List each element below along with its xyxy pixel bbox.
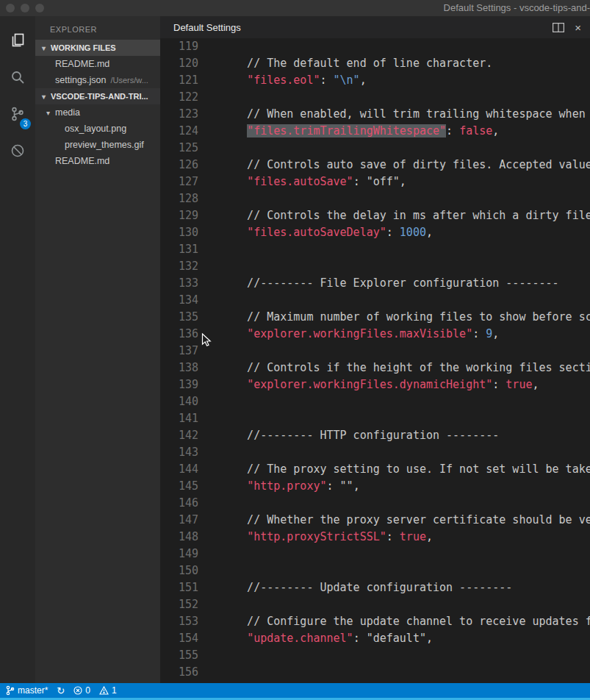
code-line[interactable]: 134 xyxy=(160,292,590,309)
line-number[interactable]: 154 xyxy=(160,630,198,647)
code-line[interactable]: 125 xyxy=(160,140,590,157)
line-number[interactable]: 142 xyxy=(160,427,198,444)
code-line[interactable]: 120 // The default end of line character… xyxy=(160,55,590,72)
code-line[interactable]: 152 xyxy=(160,596,590,613)
code-line[interactable]: 127 "files.autoSave": "off", xyxy=(160,174,590,190)
git-branch-status[interactable]: master* xyxy=(6,685,48,696)
line-number[interactable]: 130 xyxy=(160,224,198,241)
line-number[interactable]: 125 xyxy=(160,140,198,157)
tree-item-preview_themes.gif[interactable]: preview_themes.gif xyxy=(35,137,160,153)
code-line[interactable]: 141 xyxy=(160,410,590,427)
line-number[interactable]: 135 xyxy=(160,309,198,326)
line-number[interactable]: 121 xyxy=(160,72,198,89)
code-line[interactable]: 131 xyxy=(160,241,590,258)
git-activity-button[interactable]: 3 xyxy=(0,97,35,134)
code-line[interactable]: 130 "files.autoSaveDelay": 1000, xyxy=(160,224,590,241)
line-number[interactable]: 148 xyxy=(160,529,198,546)
tree-item-settings.json[interactable]: settings.json/Users/w... xyxy=(35,72,160,88)
code-line[interactable]: 139 "explorer.workingFiles.dynamicHeight… xyxy=(160,376,590,393)
line-number[interactable]: 124 xyxy=(160,123,198,140)
code-line[interactable]: 136 "explorer.workingFiles.maxVisible": … xyxy=(160,326,590,343)
line-number[interactable]: 122 xyxy=(160,89,198,106)
code-line[interactable]: 149 xyxy=(160,546,590,562)
code-line[interactable]: 140 xyxy=(160,393,590,410)
code-line[interactable]: 154 "update.channel": "default", xyxy=(160,630,590,647)
code-line[interactable]: 153 // Configure the update channel to r… xyxy=(160,613,590,630)
line-number[interactable]: 131 xyxy=(160,241,198,258)
close-editor-button[interactable]: × xyxy=(575,22,581,33)
code-line[interactable]: 138 // Controls if the height of the wor… xyxy=(160,360,590,376)
code-line[interactable]: 129 // Controls the delay in ms after wh… xyxy=(160,207,590,224)
code-line[interactable]: 155 xyxy=(160,647,590,664)
line-number[interactable]: 123 xyxy=(160,106,198,123)
code-line[interactable]: 124 "files.trimTrailingWhitespace": fals… xyxy=(160,123,590,140)
code-line[interactable]: 137 xyxy=(160,343,590,360)
tree-folder-media[interactable]: ▾media xyxy=(35,104,160,121)
line-number[interactable]: 141 xyxy=(160,410,198,427)
code-line[interactable]: 119 xyxy=(160,38,590,55)
line-number[interactable]: 139 xyxy=(160,376,198,393)
line-number[interactable]: 136 xyxy=(160,326,198,343)
line-number[interactable]: 144 xyxy=(160,461,198,478)
tree-item-osx_layout.png[interactable]: osx_layout.png xyxy=(35,121,160,137)
line-number[interactable]: 133 xyxy=(160,275,198,292)
code-line[interactable]: 146 xyxy=(160,495,590,512)
line-number[interactable]: 143 xyxy=(160,444,198,461)
working-files-section-header[interactable]: ▾ WORKING FILES xyxy=(35,40,160,56)
tree-item-README.md[interactable]: README.md xyxy=(35,153,160,169)
code-line[interactable]: 122 xyxy=(160,89,590,106)
code-line[interactable]: 147 // Whether the proxy server certific… xyxy=(160,512,590,529)
line-number[interactable]: 120 xyxy=(160,55,198,72)
code-line[interactable]: 126 // Controls auto save of dirty files… xyxy=(160,157,590,174)
code-area[interactable]: 119120 // The default end of line charac… xyxy=(160,38,590,683)
code-line[interactable]: 132 xyxy=(160,258,590,275)
tree-item-README.md[interactable]: README.md xyxy=(35,56,160,72)
folder-section-header[interactable]: ▾ VSCODE-TIPS-AND-TRI... xyxy=(35,88,160,104)
line-number[interactable]: 145 xyxy=(160,478,198,495)
line-number[interactable]: 138 xyxy=(160,360,198,376)
code-line[interactable]: 142 //-------- HTTP configuration ------… xyxy=(160,427,590,444)
line-number[interactable]: 134 xyxy=(160,292,198,309)
split-editor-button[interactable] xyxy=(553,23,564,32)
close-window-button[interactable] xyxy=(6,4,15,12)
code-line[interactable]: 145 "http.proxy": "", xyxy=(160,478,590,495)
code-line[interactable]: 151 //-------- Update configuration ----… xyxy=(160,579,590,596)
line-number[interactable]: 149 xyxy=(160,546,198,562)
line-number[interactable]: 152 xyxy=(160,596,198,613)
sync-button[interactable]: ↻ xyxy=(57,685,65,696)
code-line[interactable]: 143 xyxy=(160,444,590,461)
line-number[interactable]: 146 xyxy=(160,495,198,512)
code-line[interactable]: 133 //-------- File Explorer configurati… xyxy=(160,275,590,292)
line-number[interactable]: 153 xyxy=(160,613,198,630)
line-number[interactable]: 140 xyxy=(160,393,198,410)
line-number[interactable]: 155 xyxy=(160,647,198,664)
code-line[interactable]: 144 // The proxy setting to use. If not … xyxy=(160,461,590,478)
search-activity-button[interactable] xyxy=(0,60,35,97)
error-status[interactable]: 0 xyxy=(73,685,90,696)
code-line[interactable]: 150 xyxy=(160,562,590,579)
line-number[interactable]: 132 xyxy=(160,258,198,275)
code-line[interactable]: 121 "files.eol": "\n", xyxy=(160,72,590,89)
debug-activity-button[interactable] xyxy=(0,134,35,171)
warning-status[interactable]: 1 xyxy=(99,685,117,696)
code-line[interactable]: 135 // Maximum number of working files t… xyxy=(160,309,590,326)
code-line[interactable]: 128 xyxy=(160,190,590,207)
line-number[interactable]: 151 xyxy=(160,579,198,596)
line-number[interactable]: 127 xyxy=(160,174,198,190)
line-number[interactable]: 126 xyxy=(160,157,198,174)
line-number[interactable]: 156 xyxy=(160,664,198,681)
code-line[interactable]: 123 // When enabled, will trim trailing … xyxy=(160,106,590,123)
minimize-window-button[interactable] xyxy=(21,4,29,12)
line-number[interactable]: 119 xyxy=(160,38,198,55)
line-number[interactable]: 129 xyxy=(160,207,198,224)
line-number[interactable]: 137 xyxy=(160,343,198,360)
code-line[interactable]: 156 xyxy=(160,664,590,681)
code-line[interactable]: 148 "http.proxyStrictSSL": true, xyxy=(160,529,590,546)
line-number[interactable]: 128 xyxy=(160,190,198,207)
line-number[interactable]: 147 xyxy=(160,512,198,529)
explorer-activity-button[interactable] xyxy=(0,24,35,60)
zoom-window-button[interactable] xyxy=(35,4,44,12)
line-number[interactable]: 150 xyxy=(160,562,198,579)
editor-tab-label[interactable]: Default Settings xyxy=(173,22,241,33)
folder-tree: ▾mediaosx_layout.pngpreview_themes.gifRE… xyxy=(35,104,160,169)
